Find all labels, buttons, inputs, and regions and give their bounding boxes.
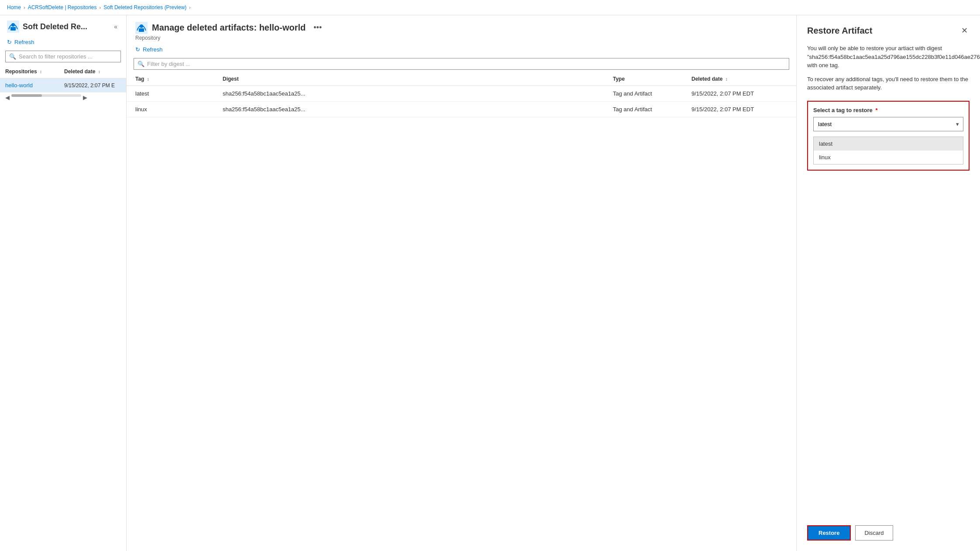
breadcrumb-chevron: › — [189, 5, 190, 10]
col-header-repo: Repositories ↕ — [5, 68, 64, 75]
artifact-type-1: Tag and Artifact — [613, 106, 691, 113]
tag-select[interactable]: latest linux — [813, 117, 963, 131]
artifact-type-0: Tag and Artifact — [613, 90, 691, 97]
scroll-left-arrow[interactable]: ◀ — [5, 94, 10, 101]
filter-search-icon: 🔍 — [138, 61, 144, 67]
acr-icon — [7, 21, 19, 33]
scrollbar-thumb[interactable] — [11, 94, 42, 97]
col-header-type: Type — [613, 76, 691, 82]
svg-point-5 — [140, 24, 143, 28]
dropdown-item-latest[interactable]: latest — [814, 137, 963, 151]
search-input[interactable] — [19, 53, 117, 60]
center-panel-header: Manage deleted artifacts: hello-world ••… — [127, 15, 796, 44]
sort-tag-icon[interactable]: ↕ — [147, 77, 149, 82]
breadcrumb-sep2: › — [100, 5, 101, 10]
center-refresh-icon: ↻ — [135, 46, 140, 53]
discard-button[interactable]: Discard — [855, 525, 893, 541]
col-header-deleted-date: Deleted date ↕ — [691, 76, 787, 82]
digest-filter-box: 🔍 — [134, 58, 789, 70]
left-table-header: Repositories ↕ Deleted date ↕ — [0, 65, 126, 79]
sort-deldate-icon[interactable]: ↕ — [726, 77, 728, 82]
artifacts-table-header: Tag ↕ Digest Type Deleted date ↕ — [127, 72, 796, 86]
required-indicator: * — [875, 107, 877, 113]
refresh-icon: ↻ — [7, 39, 12, 45]
svg-rect-4 — [139, 28, 144, 32]
close-button[interactable]: ✕ — [959, 24, 970, 37]
artifact-row-1[interactable]: linux sha256:f54a58bc1aac5ea1a25... Tag … — [127, 102, 796, 117]
center-title-row: Manage deleted artifacts: hello-world ••… — [135, 21, 325, 34]
restore-description-1: You will only be able to restore your ar… — [807, 44, 970, 70]
artifact-digest-0: sha256:f54a58bc1aac5ea1a25... — [223, 90, 613, 97]
tag-field-label: Select a tag to restore * — [813, 107, 963, 113]
col-header-date: Deleted date ↕ — [64, 68, 121, 75]
col-header-tag: Tag ↕ — [135, 76, 223, 82]
center-refresh-label: Refresh — [143, 46, 163, 53]
dropdown-item-linux[interactable]: linux — [814, 151, 963, 164]
svg-point-2 — [11, 23, 15, 27]
scroll-right-arrow[interactable]: ▶ — [83, 94, 87, 101]
restore-description-2: To recover any additional tags, you'll n… — [807, 75, 970, 92]
collapse-button[interactable]: « — [112, 21, 119, 32]
repo-search-box: 🔍 — [5, 51, 121, 62]
breadcrumb-registry[interactable]: ACRSoftDelete | Repositories — [28, 4, 97, 10]
right-panel-title: Restore Artifact — [807, 26, 872, 36]
artifacts-table: Tag ↕ Digest Type Deleted date ↕ latest … — [127, 72, 796, 551]
scrollbar-track — [11, 94, 81, 97]
restore-button[interactable]: Restore — [807, 525, 851, 541]
center-panel-title: Manage deleted artifacts: hello-world — [152, 23, 306, 33]
left-panel-title-group: Soft Deleted Re... — [7, 21, 87, 33]
breadcrumb-page[interactable]: Soft Deleted Repositories (Preview) — [103, 4, 186, 10]
artifact-digest-1: sha256:f54a58bc1aac5ea1a25... — [223, 106, 613, 113]
search-icon: 🔍 — [9, 53, 16, 60]
restore-form-box: Select a tag to restore * latest linux ▾… — [807, 101, 970, 171]
repo-row-0[interactable]: hello-world 9/15/2022, 2:07 PM E — [0, 79, 126, 92]
digest-filter-input[interactable] — [147, 61, 785, 67]
center-panel-subtitle: Repository — [135, 35, 325, 41]
artifact-tag-0: latest — [135, 90, 223, 97]
right-panel-footer: Restore Discard — [807, 525, 970, 541]
main-container: Soft Deleted Re... « ↻ Refresh 🔍 Reposit… — [0, 15, 980, 551]
col-header-digest: Digest — [223, 76, 613, 82]
left-panel-title: Soft Deleted Re... — [23, 22, 87, 31]
artifact-date-0: 9/15/2022, 2:07 PM EDT — [691, 90, 787, 97]
breadcrumb: Home › ACRSoftDelete | Repositories › So… — [0, 0, 980, 15]
center-acr-icon — [135, 22, 148, 34]
right-panel: Restore Artifact ✕ You will only be able… — [797, 15, 980, 551]
tag-dropdown-list: latest linux — [813, 137, 963, 164]
right-panel-header: Restore Artifact ✕ — [807, 24, 970, 37]
center-refresh-button[interactable]: ↻ Refresh — [127, 44, 796, 55]
left-refresh-button[interactable]: ↻ Refresh — [0, 36, 126, 48]
repo-date-0: 9/15/2022, 2:07 PM E — [64, 82, 121, 89]
center-panel: Manage deleted artifacts: hello-world ••… — [127, 15, 797, 551]
svg-rect-1 — [10, 27, 16, 31]
artifact-date-1: 9/15/2022, 2:07 PM EDT — [691, 106, 787, 113]
sort-date-icon[interactable]: ↕ — [98, 69, 100, 74]
sort-repo-icon[interactable]: ↕ — [40, 69, 42, 74]
tag-select-wrapper: latest linux ▾ — [813, 117, 963, 131]
center-title-area: Manage deleted artifacts: hello-world ••… — [135, 21, 325, 41]
breadcrumb-sep1: › — [24, 5, 25, 10]
scroll-indicator: ◀ ▶ — [0, 92, 126, 103]
left-panel: Soft Deleted Re... « ↻ Refresh 🔍 Reposit… — [0, 15, 127, 551]
ellipsis-button[interactable]: ••• — [310, 21, 325, 34]
left-refresh-label: Refresh — [14, 39, 34, 45]
artifact-tag-1: linux — [135, 106, 223, 113]
artifact-row-0[interactable]: latest sha256:f54a58bc1aac5ea1a25... Tag… — [127, 86, 796, 102]
repo-name-0: hello-world — [5, 82, 33, 89]
left-panel-header: Soft Deleted Re... « — [0, 15, 126, 36]
breadcrumb-home[interactable]: Home — [7, 4, 21, 10]
